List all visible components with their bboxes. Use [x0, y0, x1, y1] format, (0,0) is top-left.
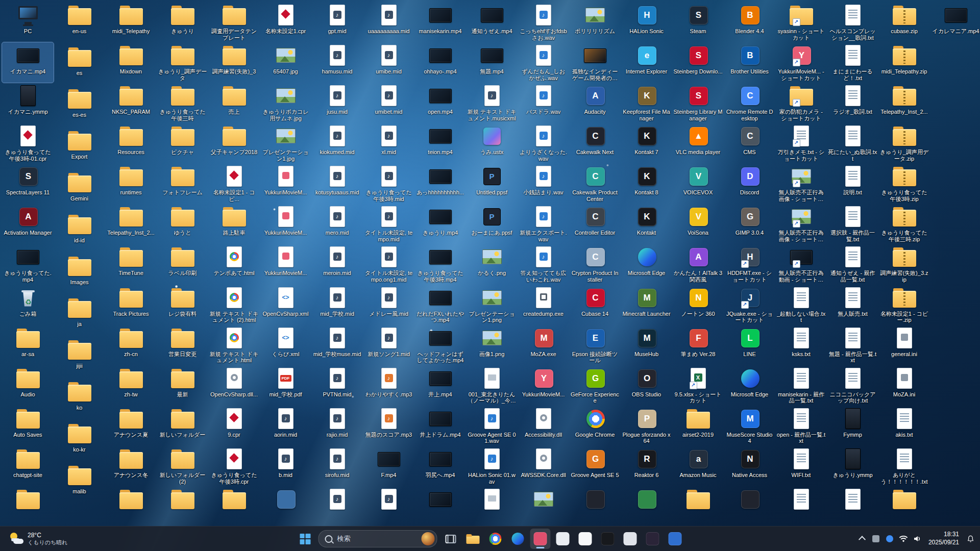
- desktop-icon[interactable]: open.mp4: [414, 83, 466, 123]
- desktop-icon[interactable]: sirofu.mid: [311, 446, 363, 486]
- desktop-icon[interactable]: わかりやすく.mp3: [363, 365, 414, 406]
- desktop-icon[interactable]: CCMS: [724, 123, 775, 163]
- desktop-icon[interactable]: J↗JQuake.exe - ショートカット: [724, 285, 775, 325]
- desktop-icon[interactable]: MMuseScore Studio 4: [724, 406, 775, 446]
- desktop-icon[interactable]: 名称未設定1.cpr: [260, 2, 311, 42]
- desktop-icon[interactable]: HALion Sonic 01.wav: [466, 446, 518, 486]
- desktop-icon[interactable]: 65407.jpg: [260, 42, 311, 83]
- chevron-up-icon[interactable]: [856, 533, 868, 544]
- desktop-icon[interactable]: ▲VLC media player: [672, 123, 724, 163]
- desktop-icon[interactable]: ko-kr: [54, 420, 105, 462]
- desktop-icon[interactable]: ヘルスコンプレッション__歌詞.txt: [827, 2, 878, 42]
- desktop-icon[interactable]: テンポあて.html: [208, 244, 260, 284]
- desktop-icon[interactable]: Telepathy_Inst_2...: [105, 204, 157, 244]
- desktop-icon[interactable]: CCubase 14: [569, 285, 621, 325]
- search-input[interactable]: 検索: [318, 530, 437, 547]
- desktop-icon[interactable]: AAudacity: [569, 83, 621, 123]
- desktop-icon[interactable]: Auto Saves: [2, 406, 54, 446]
- desktop-icon[interactable]: きゅうり食ってた午後3時.mp4: [414, 244, 466, 284]
- desktop-icon[interactable]: アナウンス夏: [105, 406, 157, 446]
- desktop-icon[interactable]: mid_学校muse.mid: [311, 325, 363, 365]
- desktop-icon[interactable]: 小銭詰まり.wav: [518, 163, 569, 204]
- desktop-icon[interactable]: 新規 テキスト ドキュメント (2).html: [208, 285, 260, 325]
- desktop-icon[interactable]: プレゼンテーション1.jpg: [260, 123, 311, 163]
- desktop-icon[interactable]: [414, 486, 466, 527]
- desktop-icon[interactable]: バスドラ.wav: [518, 83, 569, 123]
- desktop-icon[interactable]: 無人販売.txt: [827, 285, 878, 325]
- desktop-icon[interactable]: ♻ごみ箱: [2, 285, 54, 325]
- desktop-icon[interactable]: だれだFXいれたやつ.mp4: [414, 285, 466, 325]
- desktop-icon[interactable]: YukkuriMovieM...: [260, 204, 311, 244]
- taskbar-file-explorer-button[interactable]: [463, 529, 483, 549]
- desktop-icon[interactable]: ksks.txt: [775, 325, 827, 365]
- desktop-icon[interactable]: きゅうり食ってた午後3時.mid: [363, 163, 414, 204]
- desktop-icon[interactable]: [775, 486, 827, 527]
- desktop-icon[interactable]: Aかんたん！AITalk 3 関西風: [672, 244, 724, 284]
- desktop-icon[interactable]: [724, 486, 775, 527]
- desktop-icon[interactable]: Telepathy_Inst_2...: [878, 83, 930, 123]
- desktop-icon[interactable]: 新規エクスポート.wav: [518, 204, 569, 244]
- desktop-icon[interactable]: イカマニ.ymmp: [2, 83, 54, 123]
- desktop-icon[interactable]: きゅうり食ってた午後三時.zip: [878, 204, 930, 244]
- desktop-icon[interactable]: SSteinberg Downlo...: [672, 42, 724, 83]
- desktop-surface[interactable]: PCイカマニ.mp4イカマニ.ymmpきゅうり食ってた午後3時-01.cprSS…: [0, 0, 980, 527]
- desktop-icon[interactable]: eInternet Explorer: [621, 42, 672, 83]
- desktop-icon[interactable]: MMoZA.exe: [518, 325, 569, 365]
- desktop-icon[interactable]: NNative Access: [724, 446, 775, 486]
- notification-bell-icon[interactable]: [965, 533, 976, 544]
- desktop-icon[interactable]: YukkuriMovieM...: [260, 163, 311, 204]
- taskbar-grid-app-button[interactable]: [620, 529, 641, 549]
- taskbar-microsoft-edge-button[interactable]: [508, 529, 528, 549]
- desktop-icon[interactable]: CChrome Remote Desktop: [724, 83, 775, 123]
- desktop-icon[interactable]: 名称未設定1 - コピー.zip: [878, 285, 930, 325]
- desktop-icon[interactable]: タイトル未設定, tempo.ong1.mid: [363, 244, 414, 284]
- desktop-icon[interactable]: OOBS Studio: [621, 365, 672, 406]
- desktop-icon[interactable]: Track Pictures: [105, 285, 157, 325]
- desktop-icon[interactable]: まにまにわーるど！.txt: [827, 42, 878, 83]
- desktop-icon[interactable]: KKeepforest File Manager: [621, 83, 672, 123]
- desktop-icon[interactable]: uaaaaaaaaa.mid: [363, 2, 414, 42]
- desktop-icon[interactable]: 売上: [208, 83, 260, 123]
- desktop-icon[interactable]: きゅうり食ってた.mp4: [2, 244, 54, 284]
- desktop-icon[interactable]: rajio.mid: [311, 406, 363, 446]
- desktop-icon[interactable]: [105, 486, 157, 527]
- desktop-icon[interactable]: ja: [54, 295, 105, 337]
- desktop-icon[interactable]: 父子キャンプ2018: [208, 123, 260, 163]
- desktop-icon[interactable]: YYukkuriMovieM...: [518, 365, 569, 406]
- desktop-icon[interactable]: イカレマニア.mp4: [930, 2, 980, 44]
- desktop-icon[interactable]: SSteinberg Library Manager: [672, 83, 724, 123]
- desktop-icon[interactable]: jusu.mid: [311, 83, 363, 123]
- desktop-icon[interactable]: Audio: [2, 365, 54, 406]
- desktop-icon[interactable]: ↗万引きメモ.txt - ショートカット: [775, 123, 827, 163]
- desktop-icon[interactable]: タイトル未設定, tempo.mid: [363, 204, 414, 244]
- desktop-icon[interactable]: aAmazon Music: [672, 446, 724, 486]
- desktop-icon[interactable]: general.ini: [878, 325, 930, 365]
- desktop-icon[interactable]: gpt.mid: [311, 2, 363, 42]
- desktop-icon[interactable]: [311, 486, 363, 527]
- desktop-icon[interactable]: 通知うぜえ - 親作品一覧.txt: [827, 244, 878, 284]
- desktop-icon[interactable]: 調声練習(失敗)_3.zip: [878, 244, 930, 284]
- desktop-icon[interactable]: メドレー風.mid: [363, 285, 414, 325]
- desktop-icon[interactable]: きゅうり: [157, 2, 208, 42]
- desktop-icon[interactable]: [569, 486, 621, 527]
- desktop-icon[interactable]: 無題.mp4: [466, 42, 518, 83]
- desktop-icon[interactable]: Nノートン 360: [672, 285, 724, 325]
- desktop-icon[interactable]: うみ.ustx: [466, 123, 518, 163]
- desktop-icon[interactable]: きゅうり食ってた午後3時-01.cpr: [2, 123, 54, 163]
- desktop-icon[interactable]: 死にたい_ぬ歌詞.txt: [827, 123, 878, 163]
- desktop-icon[interactable]: open - 親作品一覧.txt: [775, 406, 827, 446]
- taskbar-pink-media-app-button[interactable]: [530, 529, 551, 549]
- desktop-icon[interactable]: ko: [54, 379, 105, 420]
- desktop-icon[interactable]: midi_Telepathy: [105, 2, 157, 42]
- desktop-icon[interactable]: 新規 テキスト ドキュメント.musicxml: [466, 83, 518, 123]
- desktop-icon[interactable]: malib: [54, 462, 105, 504]
- desktop-icon[interactable]: 画像1.png: [466, 325, 518, 365]
- desktop-icon[interactable]: Resources: [105, 123, 157, 163]
- desktop-icon[interactable]: 営業日変更: [157, 325, 208, 365]
- desktop-icon[interactable]: 9.cpr: [208, 406, 260, 446]
- desktop-icon[interactable]: 新規ソング1.mid: [363, 325, 414, 365]
- taskbar-task-view-button[interactable]: [440, 529, 461, 549]
- desktop-icon[interactable]: manisekarin - 親作品一覧.txt: [775, 365, 827, 406]
- desktop-icon[interactable]: OpenCvSharp.xml: [260, 285, 311, 325]
- desktop-icon[interactable]: mid_学校.mid: [311, 285, 363, 325]
